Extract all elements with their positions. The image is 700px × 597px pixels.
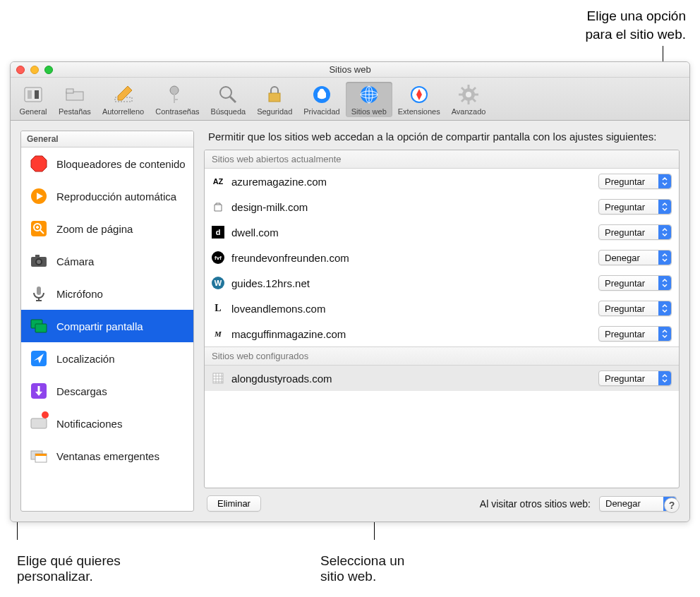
sidebar-item-downloads[interactable]: Descargas bbox=[21, 375, 193, 407]
table-row[interactable]: L loveandlemons.com Preguntar bbox=[205, 296, 679, 321]
chevron-updown-icon bbox=[658, 371, 671, 385]
option-select[interactable]: Preguntar bbox=[598, 370, 672, 386]
badge-icon bbox=[42, 411, 49, 418]
svg-rect-0 bbox=[25, 88, 42, 102]
toolbar-label: Extensiones bbox=[398, 107, 440, 116]
sidebar-item-content-blockers[interactable]: Bloqueadores de contenido bbox=[21, 147, 193, 180]
favicon-icon: M bbox=[212, 327, 224, 340]
sidebar-item-page-zoom[interactable]: Zoom de página bbox=[21, 212, 193, 245]
toolbar-search[interactable]: Búsqueda bbox=[205, 82, 252, 117]
delete-button[interactable]: Eliminar bbox=[207, 495, 261, 512]
option-value: Preguntar bbox=[605, 202, 645, 212]
option-select[interactable]: Preguntar bbox=[598, 301, 672, 316]
stop-icon bbox=[28, 153, 49, 174]
popup-icon bbox=[28, 445, 49, 466]
chevron-updown-icon bbox=[658, 225, 671, 239]
option-select[interactable]: Denegar bbox=[598, 250, 672, 265]
toolbar-extensions[interactable]: Extensiones bbox=[392, 82, 446, 117]
bottom-controls: Eliminar Al visitar otros sitios web: De… bbox=[204, 488, 680, 512]
titlebar: Sitios web bbox=[11, 62, 689, 78]
favicon-icon bbox=[212, 200, 224, 213]
table-row[interactable]: M macguffinmagazine.com Preguntar bbox=[205, 321, 679, 346]
table-row[interactable]: d dwell.com Preguntar bbox=[205, 219, 679, 245]
site-domain: design-milk.com bbox=[231, 201, 591, 213]
download-icon bbox=[28, 380, 49, 402]
svg-rect-7 bbox=[174, 93, 175, 103]
table-row[interactable]: AZ azuremagazine.com Preguntar bbox=[205, 169, 679, 194]
table-row[interactable]: design-milk.com Preguntar bbox=[205, 194, 679, 219]
toolbar-label: Seguridad bbox=[257, 107, 292, 116]
sidebar-item-label: Zoom de página bbox=[56, 223, 133, 235]
svg-rect-11 bbox=[269, 93, 280, 102]
callout-text: Elige qué quieres bbox=[17, 553, 320, 569]
option-select[interactable]: Preguntar bbox=[598, 174, 672, 189]
option-select[interactable]: Preguntar bbox=[598, 199, 672, 215]
toolbar-label: Contraseñas bbox=[155, 107, 199, 116]
toolbar-websites[interactable]: Sitios web bbox=[346, 82, 392, 117]
callout-text: Elige una opción bbox=[585, 7, 686, 25]
svg-line-26 bbox=[461, 88, 464, 90]
svg-rect-4 bbox=[66, 89, 73, 93]
sidebar-item-label: Cámara bbox=[56, 255, 94, 267]
callout-text: sitio web. bbox=[320, 569, 404, 584]
chevron-updown-icon bbox=[658, 276, 671, 290]
switch-icon bbox=[22, 83, 44, 106]
toolbar-tabs[interactable]: Pestañas bbox=[53, 82, 97, 117]
chevron-updown-icon bbox=[658, 251, 671, 265]
option-select[interactable]: Preguntar bbox=[598, 275, 672, 291]
toolbar-general[interactable]: General bbox=[13, 82, 53, 117]
table-row[interactable]: alongdustyroads.com Preguntar bbox=[205, 366, 679, 391]
toolbar-security[interactable]: Seguridad bbox=[251, 82, 298, 117]
sidebar-item-label: Bloqueadores de contenido bbox=[56, 158, 186, 170]
option-value: Preguntar bbox=[605, 176, 645, 187]
sidebar-item-popups[interactable]: Ventanas emergentes bbox=[21, 440, 193, 472]
sidebar-item-screen-sharing[interactable]: Compartir pantalla bbox=[21, 310, 193, 342]
sidebar-item-autoplay[interactable]: Reproducción automática bbox=[21, 180, 193, 212]
section-header-configured: Sitios web configurados bbox=[205, 346, 679, 366]
svg-rect-42 bbox=[37, 287, 41, 295]
favicon-icon: fvf bbox=[212, 251, 224, 264]
option-value: Denegar bbox=[605, 253, 640, 263]
toolbar-autofill[interactable]: Autorrelleno bbox=[97, 82, 150, 117]
chevron-updown-icon bbox=[658, 327, 671, 341]
pencil-icon bbox=[112, 83, 135, 106]
option-value: Preguntar bbox=[605, 329, 645, 339]
table-row[interactable]: W guides.12hrs.net Preguntar bbox=[205, 270, 679, 296]
toolbar-advanced[interactable]: Avanzado bbox=[446, 82, 492, 117]
site-domain: freundevonfreunden.com bbox=[231, 252, 591, 264]
svg-line-28 bbox=[461, 99, 464, 102]
callout-bottom-left: Elige qué quieres personalizar. bbox=[17, 553, 320, 584]
websites-table: Sitios web abiertos actualmente AZ azure… bbox=[204, 150, 680, 488]
sidebar-item-camera[interactable]: Cámara bbox=[21, 245, 193, 277]
sidebar-item-label: Descargas bbox=[56, 385, 107, 397]
toolbar-label: General bbox=[19, 107, 47, 116]
help-button[interactable]: ? bbox=[664, 498, 680, 513]
svg-rect-8 bbox=[174, 99, 178, 100]
option-value: Preguntar bbox=[605, 227, 645, 238]
table-row[interactable]: fvf freundevonfreunden.com Denegar bbox=[205, 245, 679, 270]
toolbar-label: Búsqueda bbox=[211, 107, 246, 116]
favicon-icon: d bbox=[212, 226, 224, 239]
option-value: Preguntar bbox=[605, 303, 645, 314]
option-value: Preguntar bbox=[605, 373, 645, 384]
compass-icon bbox=[408, 83, 430, 106]
svg-rect-1 bbox=[28, 90, 32, 99]
footer-label: Al visitar otros sitios web: bbox=[480, 498, 591, 509]
sidebar-item-microphone[interactable]: Micrófono bbox=[21, 277, 193, 310]
sidebar-item-label: Notificaciones bbox=[56, 418, 122, 430]
sidebar-item-notifications[interactable]: Notificaciones bbox=[21, 407, 193, 440]
toolbar-passwords[interactable]: Contraseñas bbox=[150, 82, 205, 117]
section-header-open: Sitios web abiertos actualmente bbox=[205, 150, 679, 169]
option-select[interactable]: Preguntar bbox=[598, 326, 672, 342]
sidebar-item-location[interactable]: Localización bbox=[21, 342, 193, 375]
option-select[interactable]: Preguntar bbox=[598, 224, 672, 240]
toolbar-privacy[interactable]: Privacidad bbox=[298, 82, 345, 117]
svg-point-21 bbox=[466, 92, 471, 97]
site-domain: azuremagazine.com bbox=[231, 176, 591, 188]
microphone-icon bbox=[28, 283, 49, 304]
toolbar-label: Avanzado bbox=[452, 107, 486, 116]
svg-point-9 bbox=[220, 87, 231, 98]
gear-icon bbox=[457, 83, 480, 106]
window-title: Sitios web bbox=[11, 64, 689, 75]
preferences-window: Sitios web General Pestañas Autorrelleno… bbox=[10, 61, 690, 522]
